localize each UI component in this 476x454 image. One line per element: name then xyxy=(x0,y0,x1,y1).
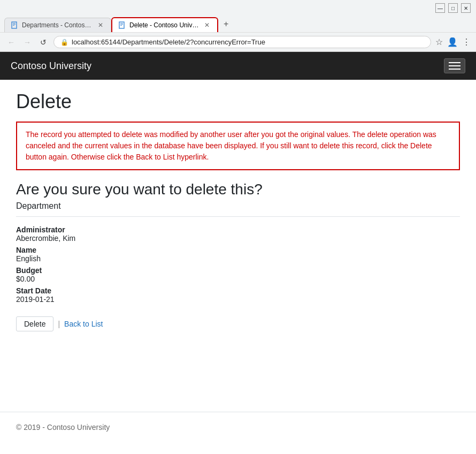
tab-departments-close[interactable]: ✕ xyxy=(97,21,104,29)
tab-delete[interactable]: Delete - Contoso University ✕ xyxy=(111,17,218,32)
hamburger-line-1 xyxy=(449,62,460,63)
maximize-button[interactable]: □ xyxy=(448,3,458,13)
menu-icon[interactable]: ⋮ xyxy=(462,37,471,47)
name-label: Name xyxy=(16,246,460,254)
administrator-label: Administrator xyxy=(16,225,460,234)
close-button[interactable]: ✕ xyxy=(461,3,471,13)
svg-rect-6 xyxy=(120,24,123,25)
title-bar: — □ ✕ xyxy=(0,0,476,16)
navbar-toggle[interactable] xyxy=(444,58,465,73)
field-start-date: Start Date 2019-01-21 xyxy=(16,286,460,304)
svg-rect-5 xyxy=(120,23,123,24)
hamburger-line-3 xyxy=(449,69,460,70)
svg-rect-2 xyxy=(13,24,16,25)
address-bar: ← → ↺ 🔒 localhost:65144/Departments/Dele… xyxy=(0,32,476,51)
field-name: Name English xyxy=(16,246,460,263)
lock-icon: 🔒 xyxy=(60,39,68,46)
confirm-heading: Are you sure you want to delete this? xyxy=(16,181,460,198)
footer-text: © 2019 - Contoso University xyxy=(16,423,110,432)
tabs-bar: Departments - Contoso Universi... ✕ Dele… xyxy=(0,16,476,32)
reload-button[interactable]: ↺ xyxy=(37,36,49,48)
back-button[interactable]: ← xyxy=(5,36,17,48)
error-message-text: The record you attempted to delete was m… xyxy=(26,130,436,161)
minimize-button[interactable]: — xyxy=(435,3,445,13)
forward-button[interactable]: → xyxy=(21,36,33,48)
concurrency-error-box: The record you attempted to delete was m… xyxy=(16,122,460,170)
delete-button[interactable]: Delete xyxy=(16,316,53,331)
tab-departments[interactable]: Departments - Contoso Universi... ✕ xyxy=(4,18,111,32)
new-tab-button[interactable]: + xyxy=(218,16,234,32)
divider xyxy=(16,216,460,217)
url-bar[interactable]: 🔒 localhost:65144/Departments/Delete/2?c… xyxy=(53,36,431,48)
browser-chrome: — □ ✕ Departments - Contoso Universi... xyxy=(0,0,476,52)
main-content: Delete The record you attempted to delet… xyxy=(0,80,476,401)
action-row: Delete | Back to List xyxy=(16,316,460,331)
url-actions: ☆ 👤 ⋮ xyxy=(435,37,471,47)
app-footer: © 2019 - Contoso University xyxy=(0,412,476,442)
field-administrator: Administrator Abercrombie, Kim xyxy=(16,225,460,243)
start-date-value: 2019-01-21 xyxy=(16,295,460,304)
app-navbar: Contoso University xyxy=(0,52,476,80)
navbar-brand[interactable]: Contoso University xyxy=(11,60,91,72)
tab-departments-label: Departments - Contoso Universi... xyxy=(22,21,94,29)
tab-delete-label: Delete - Contoso University xyxy=(129,21,200,29)
page-title: Delete xyxy=(16,90,460,113)
action-separator: | xyxy=(58,320,60,328)
tab-delete-icon xyxy=(119,21,126,29)
tab-delete-close[interactable]: ✕ xyxy=(203,21,211,29)
svg-rect-7 xyxy=(120,25,122,26)
field-budget: Budget $0.00 xyxy=(16,266,460,283)
administrator-value: Abercrombie, Kim xyxy=(16,234,460,243)
account-icon[interactable]: 👤 xyxy=(447,37,458,47)
budget-value: $0.00 xyxy=(16,275,460,283)
tab-page-icon xyxy=(11,21,19,29)
bookmark-icon[interactable]: ☆ xyxy=(435,37,443,47)
url-text: localhost:65144/Departments/Delete/2?con… xyxy=(72,38,424,46)
svg-rect-3 xyxy=(13,25,14,26)
budget-label: Budget xyxy=(16,266,460,275)
svg-rect-1 xyxy=(13,23,16,24)
name-value: English xyxy=(16,254,460,263)
entity-label: Department xyxy=(16,201,460,211)
back-to-list-link[interactable]: Back to List xyxy=(64,320,103,328)
start-date-label: Start Date xyxy=(16,286,460,295)
window-controls: — □ ✕ xyxy=(435,3,471,13)
hamburger-line-2 xyxy=(449,65,460,66)
